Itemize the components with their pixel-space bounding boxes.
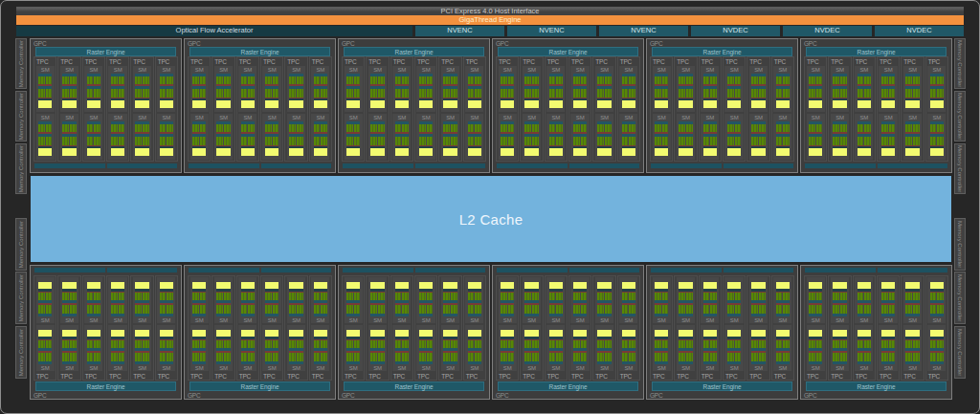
sm-block: SM <box>287 114 305 160</box>
tpc-block: TPCSMSM <box>746 275 769 381</box>
sm-core-row <box>62 124 76 133</box>
sm-label: SM <box>809 364 822 372</box>
sm-core-row <box>346 89 360 98</box>
sm-register-bar <box>346 100 360 108</box>
sm-label: SM <box>573 66 587 74</box>
sm-core-row <box>809 124 822 133</box>
sm-block: SM <box>701 66 719 112</box>
tpc-row: TPCSMSMTPCSMSMTPCSMSMTPCSMSMTPCSMSMTPCSM… <box>804 275 948 381</box>
sm-core-row <box>216 76 230 85</box>
sm-block: SM <box>441 66 459 112</box>
sm-label: SM <box>265 316 278 324</box>
sm-core-row <box>597 124 611 133</box>
sm-register-bar <box>192 100 206 108</box>
tpc-block: TPCSMSM <box>130 56 153 162</box>
sm-register-bar <box>833 330 846 338</box>
gpc-label: GPC <box>31 39 181 47</box>
memory-controller-label: Memory Controller <box>957 145 963 192</box>
sm-core-row <box>703 137 717 145</box>
sm-core-row <box>809 353 822 361</box>
sm-block: SM <box>653 325 671 371</box>
sm-core-row <box>419 305 433 314</box>
sm-label: SM <box>289 114 302 121</box>
sm-core-row <box>38 89 52 98</box>
tpc-label: TPC <box>805 57 826 65</box>
sm-core-row <box>314 353 327 361</box>
sm-label: SM <box>468 316 481 324</box>
sm-label: SM <box>573 364 587 372</box>
sm-core-row <box>135 340 148 349</box>
tpc-block: TPCSMSM <box>746 56 769 162</box>
sm-core-row <box>727 293 741 301</box>
sm-core-row <box>905 305 919 314</box>
tpc-block: TPCSMSM <box>804 56 827 162</box>
sm-core-row <box>265 124 278 133</box>
gpc-texture-bars <box>651 268 793 272</box>
tpc-block: TPCSMSM <box>284 275 307 381</box>
sm-block: SM <box>677 66 695 112</box>
raster-engine-bar: Raster Engine <box>498 47 638 56</box>
sm-core-row <box>370 293 384 301</box>
memory-controller-label: Memory Controller <box>18 40 24 87</box>
tpc-block: TPCSMSM <box>155 56 178 162</box>
sm-core-row <box>809 305 822 314</box>
sm-core-row <box>703 305 717 314</box>
sm-register-bar <box>833 100 846 108</box>
sm-block: SM <box>749 66 768 112</box>
sm-block: SM <box>701 277 719 323</box>
sm-core-row <box>776 340 790 349</box>
sm-block: SM <box>311 325 329 371</box>
tpc-block: TPCSMSM <box>828 275 851 381</box>
sm-register-bar <box>265 148 278 156</box>
sm-label: SM <box>679 114 692 121</box>
sm-block: SM <box>546 66 565 112</box>
sm-core-row <box>135 89 148 98</box>
gpc-texture-bars <box>34 163 177 168</box>
sm-label: SM <box>501 66 514 74</box>
sm-label: SM <box>346 114 360 121</box>
sm-register-bar <box>443 100 457 108</box>
sm-core-row <box>905 76 919 85</box>
sm-label: SM <box>930 364 944 372</box>
sm-core-row <box>443 293 457 301</box>
sm-block: SM <box>807 66 825 112</box>
sm-block: SM <box>855 114 873 160</box>
sm-core-row <box>727 89 741 98</box>
sm-core-row <box>776 137 790 145</box>
sm-block: SM <box>831 325 849 371</box>
tpc-label: TPC <box>212 57 234 65</box>
sm-block: SM <box>749 325 768 371</box>
sm-register-bar <box>501 282 514 290</box>
sm-label: SM <box>419 66 433 74</box>
sm-block: SM <box>392 277 411 323</box>
sm-core-row <box>655 305 668 314</box>
sm-core-row <box>192 76 206 85</box>
sm-core-row <box>265 305 278 314</box>
sm-block: SM <box>238 325 256 371</box>
sm-block: SM <box>855 277 873 323</box>
gpc-block: GPCRaster EngineTPCSMSMTPCSMSMTPCSMSMTPC… <box>800 265 952 400</box>
sm-core-row <box>703 124 717 133</box>
sm-label: SM <box>881 66 895 74</box>
tpc-block: TPCSMSM <box>592 56 615 162</box>
sm-core-row <box>930 124 944 133</box>
sm-label: SM <box>289 316 302 324</box>
sm-core-row <box>858 89 871 98</box>
sm-block: SM <box>619 66 637 112</box>
sm-block: SM <box>595 325 613 371</box>
sm-register-bar <box>905 148 919 156</box>
sm-register-bar <box>468 100 481 108</box>
sm-label: SM <box>241 364 255 372</box>
nvenc-block: NVENC <box>415 26 504 36</box>
l2-cache-block: L2 Cache <box>31 176 951 262</box>
tpc-block: TPCSMSM <box>57 275 80 381</box>
sm-block: SM <box>927 325 946 371</box>
sm-label: SM <box>289 66 302 74</box>
sm-register-bar <box>727 330 741 338</box>
tpc-block: TPCSMSM <box>617 56 640 162</box>
sm-core-row <box>265 89 278 98</box>
sm-block: SM <box>619 114 637 160</box>
tpc-label: TPC <box>546 372 567 380</box>
sm-core-row <box>573 305 587 314</box>
sm-core-row <box>501 353 514 361</box>
